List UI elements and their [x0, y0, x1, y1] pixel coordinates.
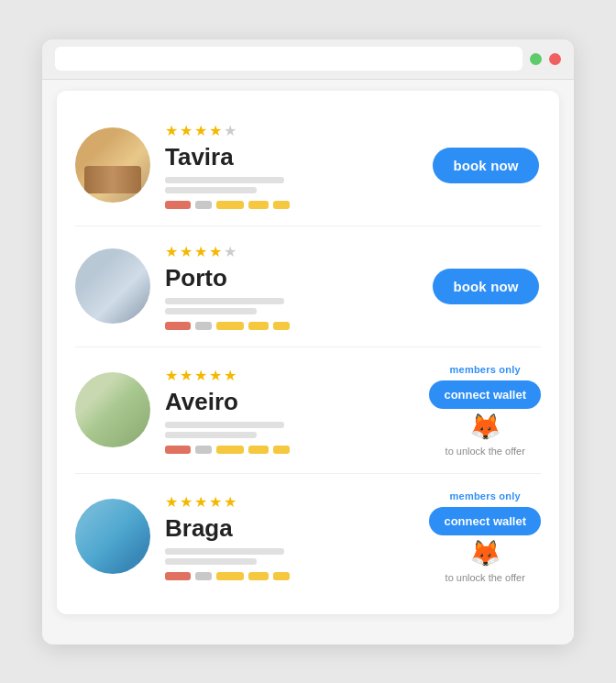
hotel-name-tavira: Tavira [165, 143, 416, 171]
desc-line-1 [165, 548, 284, 555]
hotel-image-aveiro [75, 372, 150, 447]
star-4: ★ [209, 367, 222, 384]
members-only-label-aveiro: members only [450, 364, 521, 375]
hotel-info-braga: ★ ★ ★ ★ ★ Braga [165, 493, 414, 580]
hotel-card-porto: ★ ★ ★ ★ ★ Porto [75, 226, 541, 347]
stars-tavira: ★ ★ ★ ★ ★ [165, 122, 416, 139]
desc-lines-braga [165, 548, 414, 565]
tags-tavira [165, 201, 416, 209]
star-3: ★ [194, 367, 207, 384]
tag-gray [195, 322, 212, 330]
tag-yellow-2 [248, 201, 269, 209]
fox-icon-braga: 🦊 [469, 541, 501, 567]
star-1: ★ [165, 367, 178, 384]
hotel-card-tavira: ★ ★ ★ ★ ★ Tavira [75, 105, 541, 226]
book-now-button-tavira[interactable]: book now [433, 148, 538, 183]
hotel-info-tavira: ★ ★ ★ ★ ★ Tavira [165, 122, 416, 209]
tag-yellow-3 [273, 322, 290, 330]
desc-line-2 [165, 308, 257, 314]
desc-line-1 [165, 177, 284, 183]
star-2: ★ [180, 367, 192, 384]
hotel-image-tavira [75, 127, 150, 203]
hotel-info-porto: ★ ★ ★ ★ ★ Porto [165, 243, 416, 330]
star-4: ★ [209, 243, 222, 260]
star-2: ★ [180, 243, 192, 260]
tag-red [165, 322, 191, 330]
hotel-image-porto [75, 248, 150, 324]
star-3: ★ [194, 493, 207, 511]
tag-yellow-3 [273, 572, 290, 580]
star-2: ★ [180, 122, 192, 139]
tag-yellow-2 [248, 446, 269, 454]
tag-red [165, 572, 191, 580]
star-1: ★ [165, 122, 178, 139]
book-now-button-porto[interactable]: book now [433, 269, 538, 304]
desc-lines-aveiro [165, 422, 414, 438]
star-5: ★ [224, 367, 236, 384]
action-area-tavira: book now [431, 148, 541, 183]
connect-wallet-button-aveiro[interactable]: connect wallet [429, 380, 541, 409]
tags-porto [165, 322, 416, 330]
desc-lines-tavira [165, 177, 416, 193]
stars-aveiro: ★ ★ ★ ★ ★ [165, 367, 414, 384]
tag-yellow-2 [248, 572, 269, 580]
tag-yellow-1 [216, 572, 244, 580]
desc-line-2 [165, 187, 257, 193]
tag-gray [195, 446, 212, 454]
hotel-card-braga: ★ ★ ★ ★ ★ Braga [75, 474, 541, 600]
tag-yellow-1 [216, 201, 244, 209]
tags-braga [165, 572, 414, 580]
stars-porto: ★ ★ ★ ★ ★ [165, 243, 416, 260]
star-3: ★ [194, 122, 207, 139]
desc-line-1 [165, 422, 284, 428]
star-1: ★ [165, 493, 178, 511]
connect-wallet-button-braga[interactable]: connect wallet [429, 507, 541, 535]
tag-gray [195, 572, 212, 580]
tag-yellow-1 [216, 446, 244, 454]
fox-icon-aveiro: 🦊 [469, 414, 501, 440]
hotel-name-braga: Braga [165, 514, 414, 543]
stars-braga: ★ ★ ★ ★ ★ [165, 493, 414, 511]
address-bar[interactable] [55, 47, 522, 71]
unlock-label-aveiro: to unlock the offer [446, 446, 525, 457]
tag-yellow-3 [273, 201, 290, 209]
hotel-list: ★ ★ ★ ★ ★ Tavira [57, 91, 559, 614]
star-5-empty: ★ [224, 122, 236, 139]
tag-red [165, 201, 191, 209]
browser-window: ★ ★ ★ ★ ★ Tavira [42, 39, 574, 644]
hotel-card-aveiro: ★ ★ ★ ★ ★ Aveiro [75, 347, 541, 474]
browser-toolbar [42, 39, 574, 80]
tag-yellow-2 [248, 322, 269, 330]
star-4: ★ [209, 122, 222, 139]
browser-btn-red[interactable] [549, 53, 561, 65]
members-only-label-braga: members only [450, 490, 521, 501]
browser-btn-green[interactable] [530, 53, 542, 65]
star-3: ★ [194, 243, 207, 260]
tag-gray [195, 201, 212, 209]
desc-lines-porto [165, 298, 416, 314]
star-5-empty: ★ [224, 243, 236, 260]
hotel-name-porto: Porto [165, 264, 416, 292]
hotel-info-aveiro: ★ ★ ★ ★ ★ Aveiro [165, 367, 414, 454]
star-1: ★ [165, 243, 178, 260]
hotel-image-braga [75, 499, 150, 574]
hotel-name-aveiro: Aveiro [165, 388, 414, 416]
star-5: ★ [224, 493, 236, 511]
star-4: ★ [209, 493, 222, 511]
tags-aveiro [165, 446, 414, 454]
action-area-aveiro: members only connect wallet 🦊 to unlock … [429, 364, 541, 457]
desc-line-1 [165, 298, 284, 304]
action-area-porto: book now [431, 269, 541, 304]
tag-yellow-1 [216, 322, 244, 330]
desc-line-2 [165, 432, 257, 438]
action-area-braga: members only connect wallet 🦊 to unlock … [429, 490, 541, 583]
desc-line-2 [165, 558, 257, 565]
star-2: ★ [180, 493, 192, 511]
tag-red [165, 446, 191, 454]
tag-yellow-3 [273, 446, 290, 454]
unlock-label-braga: to unlock the offer [446, 572, 525, 583]
